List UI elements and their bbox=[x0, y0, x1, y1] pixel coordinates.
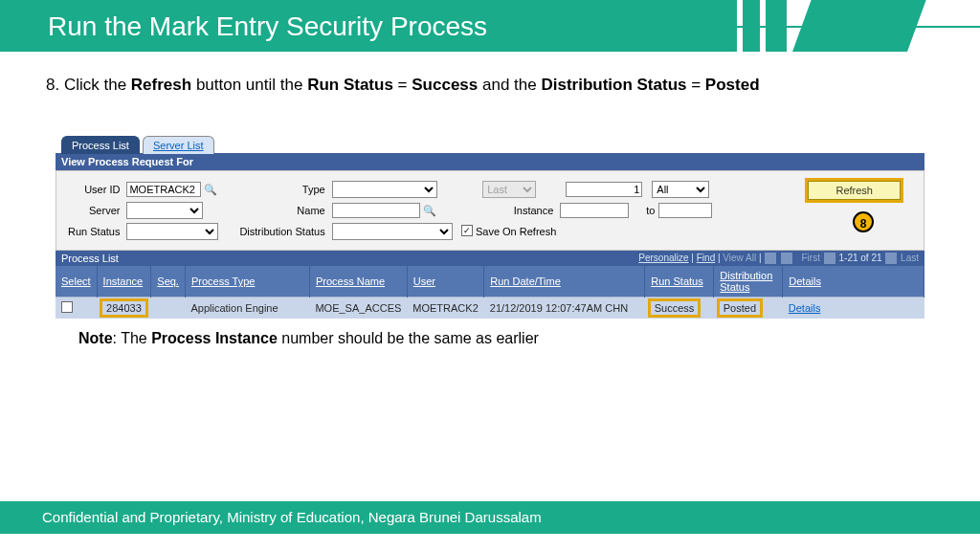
refresh-button[interactable]: Refresh bbox=[808, 181, 901, 200]
search-icon[interactable]: 🔍 bbox=[423, 205, 436, 216]
grid-header-bar: Process List Personalize | Find | View A… bbox=[56, 251, 924, 266]
pname-cell: MOE_SA_ACCES bbox=[309, 298, 407, 320]
instruction-text: 8. Click the Refresh button until the Ru… bbox=[46, 75, 831, 97]
rstatus-cell: Success bbox=[651, 301, 699, 315]
title-decor bbox=[737, 0, 980, 52]
search-icon[interactable]: 🔍 bbox=[204, 184, 217, 195]
col-ptype[interactable]: Process Type bbox=[185, 266, 309, 298]
table-row: 284033 Application Engine MOE_SA_ACCES M… bbox=[56, 298, 924, 320]
find-link[interactable]: Find bbox=[697, 253, 715, 263]
dist-status-label: Distribution Status bbox=[222, 223, 327, 240]
dstatus-cell: Posted bbox=[720, 301, 760, 315]
save-on-refresh-label: Save On Refresh bbox=[476, 226, 556, 237]
note-text: Note: The Process Instance number should… bbox=[78, 330, 934, 347]
dist-status-select[interactable] bbox=[332, 223, 453, 240]
section-view-request: View Process Request For bbox=[56, 153, 924, 170]
col-dstatus[interactable]: Distribution Status bbox=[714, 266, 783, 298]
col-rundt[interactable]: Run Date/Time bbox=[484, 266, 645, 298]
view-all-link[interactable]: View All bbox=[723, 253, 756, 263]
name-label: Name bbox=[222, 202, 327, 219]
tab-process-list[interactable]: Process List bbox=[61, 136, 140, 154]
run-status-select[interactable] bbox=[126, 223, 218, 240]
slide-title: Run the Mark Entry Security Process bbox=[0, 0, 737, 52]
instance-cell: 284033 bbox=[102, 301, 145, 315]
row-select-checkbox[interactable] bbox=[61, 301, 73, 313]
col-rstatus[interactable]: Run Status bbox=[645, 266, 714, 298]
instance-to-input[interactable] bbox=[658, 203, 712, 218]
tab-server-list[interactable]: Server List bbox=[143, 136, 214, 154]
server-select[interactable] bbox=[126, 202, 203, 219]
last-select: Last bbox=[482, 181, 536, 198]
user-cell: MOETRACK2 bbox=[407, 298, 483, 320]
personalize-link[interactable]: Personalize bbox=[638, 253, 688, 263]
app-screenshot: Process List Server List View Process Re… bbox=[56, 135, 924, 319]
col-user[interactable]: User bbox=[407, 266, 483, 298]
to-label: to bbox=[646, 205, 655, 216]
details-link[interactable]: Details bbox=[789, 302, 821, 314]
last-unit-select[interactable]: All bbox=[652, 181, 709, 198]
col-seq[interactable]: Seq. bbox=[151, 266, 186, 298]
col-instance[interactable]: Instance bbox=[97, 266, 151, 298]
footer-bar: Confidential and Proprietary, Ministry o… bbox=[0, 501, 980, 534]
title-bar: Run the Mark Entry Security Process bbox=[0, 0, 980, 52]
process-grid: Select Instance Seq. Process Type Proces… bbox=[56, 266, 924, 319]
filter-panel: User ID 🔍 Type Last All Server Name 🔍 In… bbox=[56, 170, 924, 251]
next-icon[interactable] bbox=[885, 253, 897, 264]
grid-icon[interactable] bbox=[781, 253, 792, 264]
col-select[interactable]: Select bbox=[56, 266, 97, 298]
rundt-cell: 21/12/2019 12:07:47AM CHN bbox=[484, 298, 645, 320]
instance-label: Instance bbox=[477, 202, 556, 219]
seq-cell bbox=[151, 298, 186, 320]
paging-text: 1-21 of 21 bbox=[838, 253, 881, 263]
ptype-cell: Application Engine bbox=[185, 298, 309, 320]
col-pname[interactable]: Process Name bbox=[309, 266, 407, 298]
prev-icon[interactable] bbox=[824, 253, 835, 264]
last-link[interactable]: Last bbox=[901, 253, 919, 263]
col-details[interactable]: Details bbox=[783, 266, 924, 298]
last-count-input[interactable] bbox=[566, 182, 642, 197]
type-select[interactable] bbox=[332, 181, 437, 198]
first-link[interactable]: First bbox=[801, 253, 819, 263]
run-status-label: Run Status bbox=[68, 223, 122, 240]
user-id-label: User ID bbox=[68, 181, 122, 198]
save-on-refresh-checkbox[interactable] bbox=[461, 225, 473, 236]
user-id-input[interactable] bbox=[126, 182, 201, 197]
download-icon[interactable] bbox=[765, 253, 776, 264]
instance-from-input[interactable] bbox=[560, 203, 629, 218]
callout-marker: 8 bbox=[853, 211, 874, 232]
type-label: Type bbox=[222, 181, 327, 198]
grid-title: Process List bbox=[61, 253, 119, 264]
name-input[interactable] bbox=[332, 203, 420, 218]
server-label: Server bbox=[68, 202, 122, 219]
